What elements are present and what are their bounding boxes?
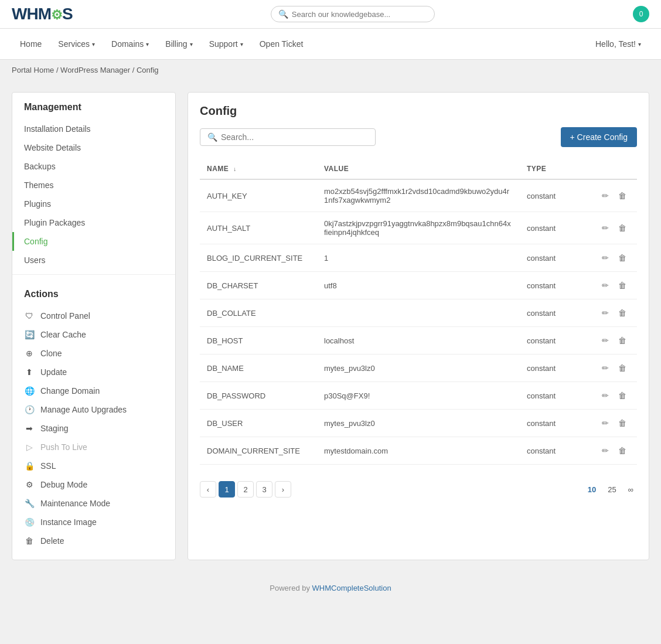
breadcrumb-portal-home[interactable]: Portal Home	[12, 66, 54, 74]
cart-count: 0	[639, 10, 643, 18]
edit-row-button[interactable]: ✏	[598, 189, 612, 202]
delete-row-button[interactable]: 🗑	[615, 279, 630, 292]
cell-name: DB_PASSWORD	[200, 382, 317, 410]
cell-row-actions: ✏ 🗑	[590, 437, 637, 465]
breadcrumb-config: Config	[137, 66, 159, 74]
delete-row-button[interactable]: 🗑	[615, 306, 630, 319]
delete-row-button[interactable]: 🗑	[615, 362, 630, 374]
sidebar-item-website-details[interactable]: Website Details	[12, 138, 175, 157]
cart-icon[interactable]: 0	[633, 6, 649, 22]
col-header-value: VALUE	[317, 159, 520, 179]
nav-billing[interactable]: Billing ▾	[157, 29, 200, 59]
clone-icon: ⊕	[24, 348, 35, 359]
table-row: DB_COLLATE constant ✏ 🗑	[200, 299, 637, 327]
cell-name: AUTH_KEY	[200, 179, 317, 212]
debug-mode-icon: ⚙	[24, 479, 35, 490]
action-ssl[interactable]: 🔒 SSL	[12, 456, 175, 475]
nav-domains[interactable]: Domains ▾	[103, 29, 157, 59]
delete-row-button[interactable]: 🗑	[615, 417, 630, 430]
action-maintenance-mode-label: Maintenance Mode	[40, 499, 110, 508]
edit-row-button[interactable]: ✏	[598, 306, 612, 319]
table-row: AUTH_SALT 0kj7astzkjpvzpgrr91yaggtnvka8h…	[200, 212, 637, 244]
delete-row-button[interactable]: 🗑	[615, 251, 630, 264]
cell-type: constant	[520, 327, 590, 355]
top-right: 0	[633, 6, 649, 22]
edit-row-button[interactable]: ✏	[598, 251, 612, 264]
cell-value: p30Sq@FX9!	[317, 382, 520, 410]
delete-icon: 🗑	[24, 536, 35, 546]
sidebar-item-plugins[interactable]: Plugins	[12, 195, 175, 213]
table-row: DB_PASSWORD p30Sq@FX9! constant ✏ 🗑	[200, 382, 637, 410]
cell-name: DB_COLLATE	[200, 299, 317, 327]
page-btn-1[interactable]: 1	[219, 481, 235, 498]
edit-row-button[interactable]: ✏	[598, 389, 612, 402]
edit-row-button[interactable]: ✏	[598, 444, 612, 457]
sidebar-item-plugin-packages[interactable]: Plugin Packages	[12, 213, 175, 232]
page-btn-3[interactable]: 3	[256, 481, 272, 498]
nav-open-ticket[interactable]: Open Ticket	[251, 29, 312, 59]
action-control-panel[interactable]: 🛡 Control Panel	[12, 306, 175, 325]
sidebar-item-themes[interactable]: Themes	[12, 176, 175, 195]
edit-row-button[interactable]: ✏	[598, 362, 612, 374]
table-row: DB_HOST localhost constant ✏ 🗑	[200, 327, 637, 355]
delete-row-button[interactable]: 🗑	[615, 389, 630, 402]
action-clone[interactable]: ⊕ Clone	[12, 344, 175, 363]
sidebar-item-users[interactable]: Users	[12, 251, 175, 270]
edit-row-button[interactable]: ✏	[598, 417, 612, 430]
cell-name: DB_USER	[200, 410, 317, 437]
config-table: NAME ↓ VALUE TYPE AUTH_KEY mo2xzb54svj5g…	[200, 159, 637, 465]
services-dropdown-icon: ▾	[92, 41, 95, 47]
nav-home[interactable]: Home	[12, 29, 50, 59]
nav-user[interactable]: Hello, Test! ▾	[587, 29, 649, 59]
edit-row-button[interactable]: ✏	[598, 279, 612, 292]
knowledgebase-search-input[interactable]	[292, 10, 427, 19]
delete-row-button[interactable]: 🗑	[615, 189, 630, 202]
cell-row-actions: ✏ 🗑	[590, 212, 637, 244]
nav-support[interactable]: Support ▾	[201, 29, 251, 59]
page-size-25[interactable]: 25	[604, 484, 619, 495]
update-icon: ⬆	[24, 367, 35, 377]
page-prev-btn[interactable]: ‹	[200, 481, 216, 498]
action-change-domain[interactable]: 🌐 Change Domain	[12, 381, 175, 400]
push-to-live-icon: ▷	[24, 442, 35, 452]
knowledgebase-search-box[interactable]: 🔍	[271, 6, 435, 22]
action-manage-auto-upgrades[interactable]: 🕐 Manage Auto Upgrades	[12, 400, 175, 419]
config-search-box[interactable]: 🔍	[200, 128, 376, 146]
delete-row-button[interactable]: 🗑	[615, 334, 630, 347]
action-debug-mode[interactable]: ⚙ Debug Mode	[12, 475, 175, 494]
delete-row-button[interactable]: 🗑	[615, 222, 630, 234]
edit-row-button[interactable]: ✏	[598, 222, 612, 234]
action-debug-mode-label: Debug Mode	[40, 480, 87, 489]
footer-link[interactable]: WHMCompleteSolution	[312, 584, 391, 592]
panel-title: Config	[200, 104, 637, 118]
action-clear-cache[interactable]: 🔄 Clear Cache	[12, 325, 175, 344]
cell-row-actions: ✏ 🗑	[590, 355, 637, 382]
nav-services[interactable]: Services ▾	[50, 29, 103, 59]
cell-name: DOMAIN_CURRENT_SITE	[200, 437, 317, 465]
action-staging[interactable]: ➡ Staging	[12, 419, 175, 438]
create-config-button[interactable]: + Create Config	[561, 127, 637, 147]
page-size-all[interactable]: ∞	[625, 484, 637, 495]
footer: Powered by WHMCompleteSolution	[0, 572, 661, 604]
sidebar-item-config[interactable]: Config	[12, 232, 175, 251]
user-dropdown-icon: ▾	[638, 41, 641, 47]
search-icon: 🔍	[278, 9, 288, 19]
action-instance-image-label: Instance Image	[40, 517, 97, 527]
sidebar-item-backups[interactable]: Backups	[12, 157, 175, 176]
edit-row-button[interactable]: ✏	[598, 334, 612, 347]
config-search-input[interactable]	[221, 132, 368, 142]
cell-value: 0kj7astzkjpvzpgrr91yaggtnvka8hpzx8m9bqsa…	[317, 212, 520, 244]
page-btn-2[interactable]: 2	[237, 481, 254, 498]
page-next-btn[interactable]: ›	[275, 481, 291, 498]
action-update[interactable]: ⬆ Update	[12, 363, 175, 381]
page-size-10[interactable]: 10	[584, 484, 599, 495]
action-delete[interactable]: 🗑 Delete	[12, 531, 175, 550]
cell-row-actions: ✏ 🗑	[590, 327, 637, 355]
config-search-icon: 🔍	[207, 132, 217, 142]
cell-name: BLOG_ID_CURRENT_SITE	[200, 244, 317, 272]
sidebar-item-installation-details[interactable]: Installation Details	[12, 120, 175, 138]
action-instance-image[interactable]: 💿 Instance Image	[12, 513, 175, 531]
breadcrumb-wordpress-manager[interactable]: WordPress Manager	[60, 66, 130, 74]
delete-row-button[interactable]: 🗑	[615, 444, 630, 457]
action-maintenance-mode[interactable]: 🔧 Maintenance Mode	[12, 494, 175, 513]
